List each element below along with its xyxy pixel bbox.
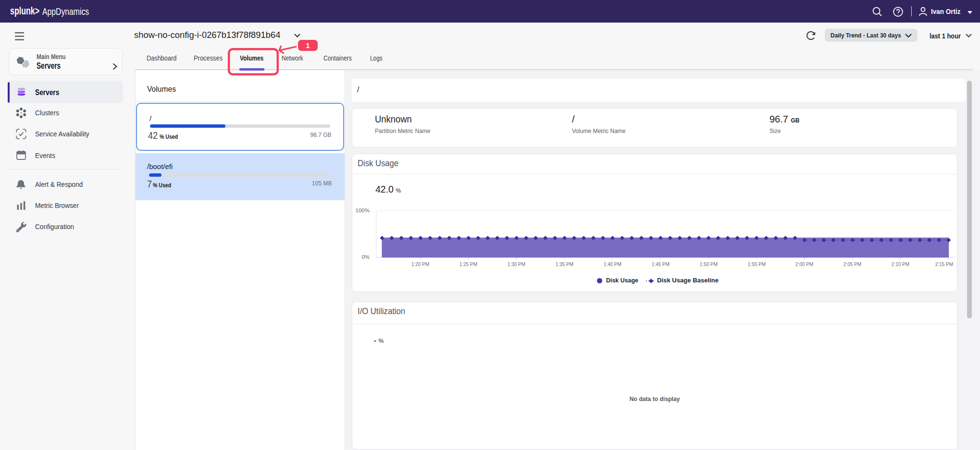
svg-text:1: 1	[306, 41, 310, 49]
